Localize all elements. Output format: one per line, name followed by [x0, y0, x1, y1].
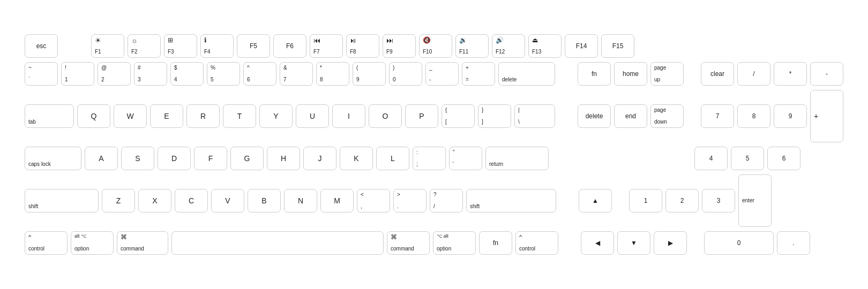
key-r[interactable]: R — [186, 104, 220, 128]
key-minus[interactable]: _ - — [425, 62, 459, 86]
key-arrow-down[interactable]: ▼ — [617, 231, 650, 255]
key-numpad-enter[interactable]: enter — [738, 174, 772, 227]
key-s[interactable]: S — [121, 147, 154, 170]
key-numpad-slash[interactable]: / — [737, 62, 770, 86]
key-numpad-4[interactable]: 4 — [694, 147, 728, 170]
key-numpad-6[interactable]: 6 — [767, 147, 800, 170]
key-f15[interactable]: F15 — [601, 34, 634, 58]
key-arrow-left[interactable]: ◀ — [581, 231, 614, 255]
key-esc[interactable]: esc — [25, 34, 58, 58]
key-b[interactable]: B — [248, 189, 281, 212]
key-home[interactable]: home — [614, 62, 647, 86]
key-command-right[interactable]: ⌘ command — [387, 231, 430, 255]
key-t[interactable]: T — [223, 104, 256, 128]
key-numpad-8[interactable]: 8 — [737, 104, 770, 128]
key-o[interactable]: O — [369, 104, 402, 128]
key-numpad-1[interactable]: 1 — [629, 189, 662, 212]
key-3[interactable]: # 3 — [134, 62, 167, 86]
key-l[interactable]: L — [376, 147, 409, 170]
key-numpad-9[interactable]: 9 — [774, 104, 807, 128]
key-q[interactable]: Q — [77, 104, 110, 128]
key-end[interactable]: end — [614, 104, 647, 128]
key-numpad-3[interactable]: 3 — [702, 189, 735, 212]
key-control-left[interactable]: ^ control — [25, 231, 68, 255]
key-quote[interactable]: " ' — [449, 147, 482, 170]
key-control-right[interactable]: ^ control — [515, 231, 558, 255]
key-a[interactable]: A — [85, 147, 118, 170]
key-tab[interactable]: tab — [25, 104, 74, 128]
key-f13[interactable]: ⏏ F13 — [528, 34, 562, 58]
key-w[interactable]: W — [114, 104, 147, 128]
key-d[interactable]: D — [158, 147, 191, 170]
key-c[interactable]: C — [175, 189, 208, 212]
key-equals[interactable]: + = — [462, 62, 495, 86]
key-n[interactable]: N — [284, 189, 317, 212]
key-option-left[interactable]: alt ⌥ option — [71, 231, 114, 255]
key-option-right[interactable]: ⌥ alt option — [433, 231, 476, 255]
key-comma[interactable]: < , — [357, 189, 390, 212]
key-spacebar[interactable] — [171, 231, 384, 255]
key-slash[interactable]: ? / — [430, 189, 463, 212]
key-0[interactable]: ) 0 — [389, 62, 422, 86]
key-f6[interactable]: F6 — [273, 34, 306, 58]
key-z[interactable]: Z — [102, 189, 135, 212]
key-f9[interactable]: ⏭ F9 — [383, 34, 416, 58]
key-f12[interactable]: 🔊 F12 — [492, 34, 525, 58]
key-f3[interactable]: ⊞ F3 — [164, 34, 197, 58]
key-f8[interactable]: ⏯ F8 — [346, 34, 379, 58]
key-e[interactable]: E — [150, 104, 183, 128]
key-f5[interactable]: F5 — [237, 34, 270, 58]
key-j[interactable]: J — [303, 147, 336, 170]
key-9[interactable]: ( 9 — [353, 62, 386, 86]
key-numpad-7[interactable]: 7 — [701, 104, 734, 128]
key-h[interactable]: H — [267, 147, 300, 170]
key-arrow-up[interactable]: ▲ — [579, 189, 612, 212]
key-period[interactable]: > . — [393, 189, 426, 212]
key-4[interactable]: $ 4 — [170, 62, 204, 86]
key-f10[interactable]: 🔇 F10 — [419, 34, 452, 58]
key-arrow-right[interactable]: ▶ — [654, 231, 687, 255]
key-f14[interactable]: F14 — [565, 34, 598, 58]
key-pagedown[interactable]: page down — [650, 104, 684, 128]
key-f7[interactable]: ⏮ F7 — [310, 34, 343, 58]
key-delete[interactable]: delete — [498, 62, 555, 86]
key-shift-left[interactable]: shift — [25, 189, 99, 212]
key-5[interactable]: % 5 — [207, 62, 240, 86]
key-f1[interactable]: ☀ F1 — [91, 34, 124, 58]
key-2[interactable]: @ 2 — [98, 62, 131, 86]
key-f[interactable]: F — [194, 147, 227, 170]
key-1[interactable]: ! 1 — [61, 62, 94, 86]
key-u[interactable]: U — [296, 104, 329, 128]
key-command-left[interactable]: ⌘ command — [117, 231, 168, 255]
key-return[interactable]: return — [485, 147, 549, 170]
key-backslash[interactable]: | \ — [514, 104, 555, 128]
key-x[interactable]: X — [138, 189, 171, 212]
key-fwd-delete[interactable]: delete — [578, 104, 611, 128]
key-shift-right[interactable]: shift — [466, 189, 556, 212]
key-numpad-5[interactable]: 5 — [731, 147, 764, 170]
key-y[interactable]: Y — [259, 104, 293, 128]
key-numpad-2[interactable]: 2 — [665, 189, 699, 212]
key-fn[interactable]: fn — [578, 62, 611, 86]
key-backtick[interactable]: ~ ` — [25, 62, 58, 86]
key-numpad-0[interactable]: 0 — [704, 231, 774, 255]
key-m[interactable]: M — [320, 189, 354, 212]
key-f11[interactable]: 🔉 F11 — [455, 34, 489, 58]
key-numpad-dot[interactable]: . — [777, 231, 810, 255]
key-f2[interactable]: ☼ F2 — [128, 34, 161, 58]
key-7[interactable]: & 7 — [280, 62, 313, 86]
key-numpad-asterisk[interactable]: * — [774, 62, 807, 86]
key-k[interactable]: K — [340, 147, 373, 170]
key-close-bracket[interactable]: } ] — [478, 104, 511, 128]
key-semicolon[interactable]: : ; — [413, 147, 446, 170]
key-8[interactable]: * 8 — [316, 62, 349, 86]
key-f4[interactable]: ℹ F4 — [200, 34, 234, 58]
key-p[interactable]: P — [405, 104, 438, 128]
key-numpad-plus[interactable]: + — [810, 90, 843, 142]
key-numpad-minus[interactable]: - — [810, 62, 843, 86]
key-i[interactable]: I — [332, 104, 365, 128]
key-g[interactable]: G — [230, 147, 264, 170]
key-6[interactable]: ^ 6 — [243, 62, 276, 86]
key-fn-right[interactable]: fn — [479, 231, 512, 255]
key-clear[interactable]: clear — [701, 62, 734, 86]
